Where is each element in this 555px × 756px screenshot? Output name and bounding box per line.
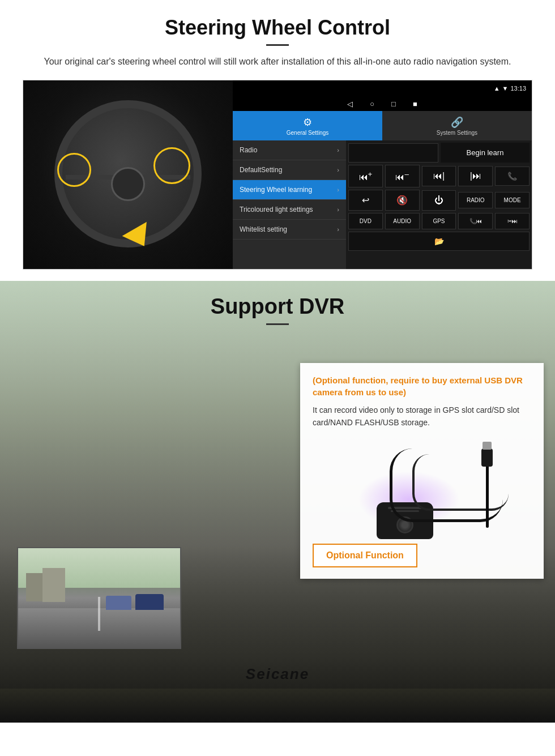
steering-wheel-image	[23, 80, 233, 270]
menu-nav-btn[interactable]: ■	[413, 100, 417, 108]
ss-building1	[26, 573, 43, 601]
ctrl-next-track[interactable]: |⏭	[458, 166, 493, 186]
begin-learn-row: Begin learn	[348, 143, 530, 163]
ctrl-row-2: ↩ 🔇 ⏻ RADIO MODE	[348, 190, 530, 211]
ss-building2	[42, 568, 65, 602]
signal-icon: ▲	[494, 85, 500, 92]
dvr-title-area: Support DVR	[0, 281, 555, 333]
section-bottom-fade	[0, 689, 555, 723]
empty-cell	[348, 143, 438, 163]
tab-general-label: General Settings	[287, 130, 329, 136]
menu-default-label: DefaultSetting	[240, 166, 282, 174]
wheel-center-hub	[111, 167, 145, 201]
status-time: 13:13	[510, 85, 526, 92]
ctrl-row-3: DVD AUDIO GPS 📞⏮ ✂⏭	[348, 213, 530, 229]
menu-item-tricoloured[interactable]: Tricoloured light settings ›	[233, 200, 346, 220]
menu-radio-label: Radio	[240, 146, 257, 154]
wheel-right-button-highlight	[153, 147, 190, 184]
menu-item-whitelist[interactable]: Whitelist setting ›	[233, 220, 346, 240]
android-content-area: Radio › DefaultSetting › Steering Wheel …	[233, 140, 532, 269]
ss-road	[18, 608, 180, 648]
title-divider	[266, 44, 289, 46]
ss-road-line	[98, 597, 100, 631]
status-icons: ▲ ▼ 13:13	[494, 85, 526, 92]
android-ui-panel: ▲ ▼ 13:13 ◁ ○ □ ■ ⚙ General Settings �	[233, 80, 532, 269]
ctrl-file[interactable]: 📂	[348, 232, 530, 251]
menu-item-steering[interactable]: Steering Wheel learning ›	[233, 180, 346, 200]
tab-general-settings[interactable]: ⚙ General Settings	[233, 111, 382, 140]
ctrl-vol-up[interactable]: ⏮+	[348, 165, 383, 187]
chevron-right-icon: ›	[337, 147, 339, 153]
chevron-right-icon3: ›	[337, 186, 339, 193]
tab-system-settings[interactable]: 🔗 System Settings	[382, 111, 532, 140]
ss-car1	[135, 594, 164, 610]
gear-icon: ⚙	[303, 116, 312, 129]
dvr-section: Support DVR (Optional function, require …	[0, 281, 555, 723]
ctrl-phone-prev[interactable]: 📞⏮	[458, 213, 493, 229]
menu-whitelist-label: Whitelist setting	[240, 225, 287, 233]
dvr-small-screenshot	[17, 547, 181, 649]
android-top-tabs: ⚙ General Settings 🔗 System Settings	[233, 111, 532, 140]
dvr-info-card: (Optional function, require to buy exter…	[300, 363, 544, 579]
android-nav-bar[interactable]: ◁ ○ □ ■	[233, 96, 532, 111]
ctrl-gps[interactable]: GPS	[422, 213, 456, 229]
ctrl-mode[interactable]: MODE	[495, 192, 530, 208]
usb-connector-body	[481, 449, 493, 467]
ctrl-row-1: ⏮+ ⏮– ⏮| |⏭ 📞	[348, 165, 530, 187]
system-icon: 🔗	[451, 116, 463, 129]
page-title: Steering Wheel Control	[23, 16, 532, 40]
settings-menu: Radio › DefaultSetting › Steering Wheel …	[233, 140, 346, 269]
cable-coil-2	[412, 454, 509, 511]
control-button-grid: Begin learn ⏮+ ⏮– ⏮| |⏭ 📞 ↩ 🔇 ⏻	[346, 140, 532, 269]
recent-nav-btn[interactable]: □	[391, 100, 396, 108]
ctrl-power[interactable]: ⏻	[422, 190, 456, 211]
menu-steering-label: Steering Wheel learning	[240, 186, 312, 194]
dvr-optional-notice: (Optional function, require to buy exter…	[313, 374, 531, 398]
back-nav-btn[interactable]: ◁	[347, 100, 353, 108]
ctrl-audio[interactable]: AUDIO	[385, 213, 420, 229]
dvr-section-title: Support DVR	[0, 294, 555, 319]
chevron-right-icon4: ›	[337, 206, 339, 213]
ss-car2	[106, 596, 131, 610]
ctrl-row-4: 📂	[348, 232, 530, 251]
ctrl-vol-down[interactable]: ⏮–	[385, 165, 420, 187]
brand-logo: Seicane	[246, 665, 309, 683]
ctrl-back[interactable]: ↩	[348, 190, 383, 211]
wheel-background	[23, 80, 233, 270]
cable-container	[441, 449, 520, 539]
ctrl-mute[interactable]: 🔇	[385, 190, 420, 211]
usb-plug-tip	[483, 442, 492, 450]
ctrl-radio[interactable]: RADIO	[458, 192, 493, 208]
tab-system-label: System Settings	[437, 130, 477, 136]
android-status-bar: ▲ ▼ 13:13	[233, 80, 532, 96]
begin-learn-button[interactable]: Begin learn	[441, 143, 530, 163]
usb-cable-assembly	[441, 449, 520, 539]
dvr-camera-illustration	[313, 437, 531, 539]
ctrl-phone[interactable]: 📞	[495, 166, 530, 186]
chevron-right-icon2: ›	[337, 166, 339, 173]
dvr-screenshot-inner	[18, 548, 180, 648]
steering-description: Your original car's steering wheel contr…	[34, 55, 521, 69]
menu-tri-label: Tricoloured light settings	[240, 206, 313, 213]
dvr-description: It can record video only to storage in G…	[313, 404, 531, 429]
ctrl-dvd[interactable]: DVD	[348, 213, 383, 229]
wheel-left-button-highlight	[57, 153, 91, 187]
ctrl-cut-next[interactable]: ✂⏭	[495, 213, 530, 229]
chevron-right-icon5: ›	[337, 226, 339, 233]
wifi-icon: ▼	[502, 85, 509, 92]
steering-section: Steering Wheel Control Your original car…	[0, 0, 555, 281]
menu-item-default[interactable]: DefaultSetting ›	[233, 160, 346, 180]
steering-screenshot: ▲ ▼ 13:13 ◁ ○ □ ■ ⚙ General Settings �	[23, 80, 532, 270]
optional-function-button[interactable]: Optional Function	[313, 544, 417, 567]
dvr-title-divider	[266, 323, 289, 325]
menu-item-radio[interactable]: Radio ›	[233, 140, 346, 160]
ctrl-prev-track[interactable]: ⏮|	[422, 166, 456, 186]
home-nav-btn[interactable]: ○	[370, 100, 374, 108]
